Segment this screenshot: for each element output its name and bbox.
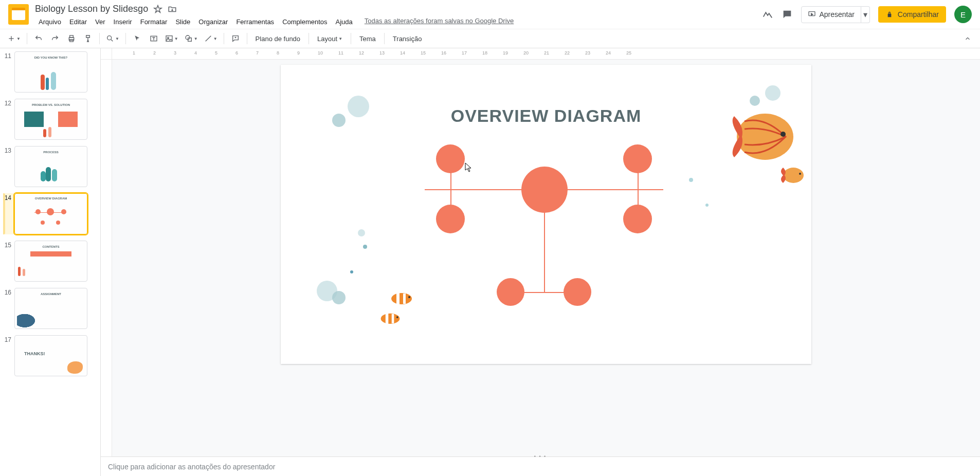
menu-organizar[interactable]: Organizar bbox=[195, 17, 231, 27]
thumb-row: 16 ASSIGNMENT bbox=[3, 288, 100, 329]
transition-button[interactable]: Transição bbox=[389, 31, 426, 46]
slide-title[interactable]: OVERVIEW DIAGRAM bbox=[451, 106, 642, 126]
slide-thumbnail-11[interactable]: DID YOU KNOW THIS? bbox=[14, 51, 87, 93]
slide-thumbnail-14[interactable]: OVERVIEW DIAGRAM bbox=[14, 193, 87, 234]
clownfish-decoration bbox=[389, 291, 414, 306]
ruler-tick: 4 bbox=[194, 50, 197, 56]
diagram-node[interactable] bbox=[623, 205, 652, 233]
thumb-number: 16 bbox=[3, 288, 14, 296]
slides-logo[interactable] bbox=[8, 4, 29, 25]
present-group: Apresentar ▾ bbox=[801, 6, 869, 23]
diagram-node[interactable] bbox=[436, 144, 465, 173]
comment-button[interactable] bbox=[228, 31, 243, 46]
bubble-decoration bbox=[689, 178, 693, 182]
fish-decoration bbox=[781, 165, 806, 186]
slide-canvas[interactable]: OVERVIEW DIAGRAM bbox=[281, 65, 811, 364]
menu-editar[interactable]: Editar bbox=[66, 17, 90, 27]
background-button[interactable]: Plano de fundo bbox=[251, 31, 304, 46]
present-dropdown[interactable]: ▾ bbox=[861, 6, 870, 23]
bubble-decoration bbox=[332, 114, 346, 127]
ruler-tick: 11 bbox=[338, 50, 343, 56]
ruler-tick: 2 bbox=[153, 50, 156, 56]
horizontal-ruler[interactable]: 1 2 3 4 5 6 7 8 9 10 11 12 13 14 15 16 1… bbox=[112, 48, 980, 59]
zoom-button[interactable]: ▼ bbox=[104, 31, 121, 46]
paint-format-button[interactable] bbox=[81, 31, 95, 46]
menu-slide[interactable]: Slide bbox=[172, 17, 194, 27]
thumb-caption: THANKS! bbox=[24, 351, 45, 356]
ruler-tick: 5 bbox=[215, 50, 217, 56]
print-button[interactable] bbox=[64, 31, 79, 46]
shape-tool[interactable]: ▼ bbox=[183, 31, 200, 46]
svg-rect-16 bbox=[403, 294, 406, 304]
thumb-number: 12 bbox=[3, 99, 14, 107]
account-avatar[interactable]: E bbox=[954, 6, 972, 23]
line-tool[interactable]: ▼ bbox=[202, 31, 220, 46]
slide-thumbnail-15[interactable]: CONTENTS bbox=[14, 241, 87, 282]
canvas-body: OVERVIEW DIAGRAM bbox=[101, 60, 980, 456]
slide-panel[interactable]: 11 DID YOU KNOW THIS? 12 PROBLEM VS. SOL… bbox=[0, 48, 101, 476]
select-tool[interactable] bbox=[130, 31, 144, 46]
menu-complementos[interactable]: Complementos bbox=[279, 17, 331, 27]
svg-point-17 bbox=[408, 296, 410, 298]
slide-thumbnail-16[interactable]: ASSIGNMENT bbox=[14, 288, 87, 329]
theme-button[interactable]: Tema bbox=[355, 31, 380, 46]
thumb-number: 14 bbox=[3, 193, 14, 202]
ruler-tick: 18 bbox=[482, 50, 487, 56]
share-label: Compartilhar bbox=[898, 10, 939, 19]
menu-ajuda[interactable]: Ajuda bbox=[332, 17, 356, 27]
bubble-decoration bbox=[350, 270, 353, 273]
slide-stage[interactable]: OVERVIEW DIAGRAM bbox=[112, 60, 980, 456]
slide-thumbnail-12[interactable]: PROBLEM VS. SOLUTION bbox=[14, 99, 87, 140]
comments-icon[interactable] bbox=[782, 9, 793, 20]
save-status[interactable]: Todas as alterações foram salvas no Goog… bbox=[365, 17, 514, 27]
diagram-node-center[interactable] bbox=[521, 167, 568, 213]
layout-label: Layout bbox=[317, 35, 337, 43]
menu-arquivo[interactable]: Arquivo bbox=[35, 17, 65, 27]
ruler-tick: 12 bbox=[359, 50, 364, 56]
menu-ver[interactable]: Ver bbox=[92, 17, 109, 27]
move-folder-icon[interactable] bbox=[168, 5, 177, 14]
activity-icon[interactable] bbox=[762, 9, 773, 20]
slide-thumbnail-17[interactable]: THANKS! bbox=[14, 335, 87, 376]
fish-decoration bbox=[729, 106, 801, 168]
undo-button[interactable] bbox=[31, 31, 46, 46]
bubble-decoration bbox=[705, 204, 709, 207]
redo-button[interactable] bbox=[48, 31, 62, 46]
canvas-area: 1 2 3 4 5 6 7 8 9 10 11 12 13 14 15 16 1… bbox=[101, 48, 980, 476]
ruler-tick: 17 bbox=[462, 50, 467, 56]
bubble-decoration bbox=[363, 245, 367, 249]
collapse-menu-button[interactable] bbox=[960, 31, 975, 46]
notes-drag-handle[interactable]: • • • bbox=[534, 454, 547, 459]
svg-point-12 bbox=[783, 168, 804, 183]
menu-formatar[interactable]: Formatar bbox=[137, 17, 171, 27]
thumb-row: 15 CONTENTS bbox=[3, 241, 100, 282]
image-tool[interactable]: ▼ bbox=[163, 31, 180, 46]
slide-thumbnail-13[interactable]: PROCESS bbox=[14, 146, 87, 187]
share-button[interactable]: Compartilhar bbox=[878, 6, 946, 23]
diagram-node[interactable] bbox=[497, 278, 524, 306]
ruler-tick: 25 bbox=[626, 50, 631, 56]
layout-button[interactable]: Layout▼ bbox=[313, 31, 347, 46]
speaker-notes[interactable]: • • • Clique para adicionar as anotações… bbox=[101, 456, 980, 476]
thumb-number: 13 bbox=[3, 146, 14, 154]
diagram-node[interactable] bbox=[564, 278, 591, 306]
ruler-tick: 15 bbox=[421, 50, 426, 56]
thumb-caption: PROBLEM VS. SOLUTION bbox=[15, 103, 87, 106]
vertical-ruler[interactable] bbox=[101, 60, 112, 456]
star-icon[interactable] bbox=[153, 5, 162, 14]
thumb-caption: CONTENTS bbox=[15, 245, 87, 248]
ruler-tick: 24 bbox=[606, 50, 611, 56]
document-title[interactable]: Biology Lesson by Slidesgo bbox=[35, 4, 148, 14]
svg-point-13 bbox=[799, 173, 801, 175]
textbox-tool[interactable] bbox=[147, 31, 161, 46]
diagram-node[interactable] bbox=[623, 144, 652, 173]
menu-inserir[interactable]: Inserir bbox=[110, 17, 136, 27]
present-button[interactable]: Apresentar bbox=[801, 6, 861, 23]
diagram-node[interactable] bbox=[436, 205, 465, 233]
menu-bar: Arquivo Editar Ver Inserir Formatar Slid… bbox=[35, 17, 762, 27]
new-slide-button[interactable]: ▼ bbox=[5, 31, 23, 46]
menu-ferramentas[interactable]: Ferramentas bbox=[232, 17, 278, 27]
svg-point-14 bbox=[391, 293, 412, 304]
svg-point-18 bbox=[381, 314, 400, 324]
ruler-tick: 22 bbox=[565, 50, 570, 56]
